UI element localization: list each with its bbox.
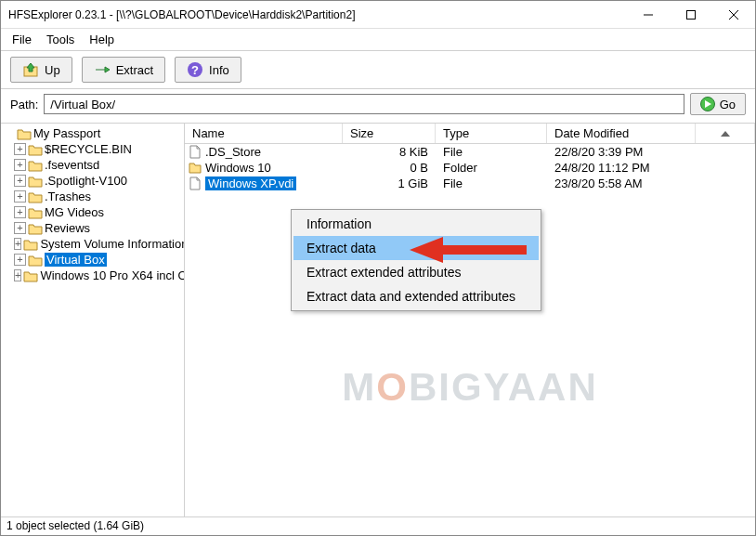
context-menu: InformationExtract dataExtract extended …	[291, 209, 541, 311]
cell-date: 23/8/20 5:58 AM	[547, 176, 696, 190]
tree-item-label: MG Videos	[45, 205, 104, 219]
folder-icon	[28, 190, 43, 203]
go-icon	[700, 97, 715, 111]
list-pane: Name Size Type Date Modified .DS_Store8 …	[185, 124, 755, 536]
cell-type: File	[436, 145, 547, 159]
folder-icon	[28, 222, 43, 235]
menu-tools[interactable]: Tools	[39, 31, 82, 48]
folder-icon	[28, 254, 43, 267]
folder-icon	[23, 269, 38, 282]
maximize-icon	[686, 10, 696, 20]
tree-item[interactable]: +Windows 10 Pro X64 incl Office 2019	[1, 268, 184, 283]
path-input[interactable]	[44, 94, 684, 114]
tree-item[interactable]: +System Volume Information	[1, 236, 184, 252]
tree-pane: My Passport +$RECYCLE.BIN+.fseventsd+.Sp…	[1, 124, 185, 536]
maximize-button[interactable]	[670, 1, 712, 29]
menu-file[interactable]: File	[5, 31, 39, 48]
file-icon	[189, 145, 202, 159]
tree-item[interactable]: +.fseventsd	[1, 157, 184, 173]
list-header: Name Size Type Date Modified	[185, 124, 755, 144]
up-button[interactable]: Up	[10, 57, 72, 83]
path-row: Path: Go	[1, 89, 755, 123]
chevron-up-icon	[721, 131, 730, 137]
col-size[interactable]: Size	[343, 124, 436, 143]
extract-label: Extract	[116, 63, 153, 77]
list-body[interactable]: .DS_Store8 KiBFile22/8/20 3:39 PMWindows…	[185, 144, 755, 536]
expander-icon[interactable]: +	[14, 159, 26, 171]
tree-item-label: Virtual Box	[45, 253, 107, 267]
expander-icon[interactable]: +	[14, 269, 21, 281]
svg-rect-1	[687, 10, 696, 19]
file-name-label: Windows XP.vdi	[205, 176, 296, 190]
context-menu-item[interactable]: Extract data	[293, 236, 539, 260]
expander-icon[interactable]: +	[14, 206, 26, 218]
tree[interactable]: My Passport +$RECYCLE.BIN+.fseventsd+.Sp…	[1, 124, 184, 520]
cell-type: File	[436, 176, 547, 190]
cell-date: 22/8/20 3:39 PM	[547, 145, 696, 159]
extract-button[interactable]: Extract	[82, 57, 165, 83]
tree-item-label: .Spotlight-V100	[45, 174, 127, 188]
tree-item-label: .fseventsd	[45, 158, 99, 172]
cell-name: Windows 10	[185, 161, 343, 175]
list-row[interactable]: Windows XP.vdi1 GiBFile23/8/20 5:58 AM	[185, 176, 755, 191]
up-icon	[22, 61, 39, 78]
minimize-button[interactable]	[627, 1, 670, 29]
context-menu-item[interactable]: Information	[293, 212, 539, 236]
tree-item-label: Windows 10 Pro X64 incl Office 2019	[40, 268, 184, 282]
go-button[interactable]: Go	[690, 93, 746, 115]
folder-icon	[28, 175, 43, 188]
tree-root[interactable]: My Passport	[1, 125, 184, 141]
cell-size: 8 KiB	[343, 145, 436, 159]
minimize-icon	[644, 10, 653, 20]
up-label: Up	[45, 63, 60, 77]
window-controls	[627, 1, 755, 29]
watermark: MOBIGYAAN	[342, 365, 598, 410]
folder-icon	[28, 159, 43, 172]
expander-icon[interactable]: +	[14, 143, 26, 155]
list-row[interactable]: .DS_Store8 KiBFile22/8/20 3:39 PM	[185, 144, 755, 160]
col-type[interactable]: Type	[436, 124, 547, 143]
context-menu-item[interactable]: Extract data and extended attributes	[293, 284, 539, 308]
file-icon	[189, 176, 202, 190]
tree-item[interactable]: +$RECYCLE.BIN	[1, 141, 184, 157]
col-name[interactable]: Name	[185, 124, 343, 143]
cell-name: Windows XP.vdi	[185, 176, 343, 190]
tree-item-label: Reviews	[45, 221, 90, 235]
info-label: Info	[209, 63, 229, 77]
cell-date: 24/8/20 11:12 PM	[547, 161, 696, 175]
titlebar: HFSExplorer 0.23.1 - [\\?\GLOBALROOT\Dev…	[1, 1, 755, 29]
close-icon	[729, 10, 738, 20]
tree-item-label: System Volume Information	[40, 237, 184, 251]
info-icon: ?	[187, 61, 203, 78]
toolbar: Up Extract ? Info	[1, 50, 755, 89]
path-label: Path:	[10, 98, 38, 111]
expander-icon[interactable]: +	[14, 222, 26, 234]
info-button[interactable]: ? Info	[175, 57, 241, 83]
expander-icon[interactable]: +	[14, 238, 21, 250]
tree-item[interactable]: +.Trashes	[1, 189, 184, 204]
close-button[interactable]	[712, 1, 755, 29]
tree-root-label: My Passport	[33, 126, 100, 140]
expander-icon[interactable]: +	[14, 190, 26, 203]
status-bar: 1 object selected (1.64 GiB)	[1, 516, 755, 535]
folder-icon	[28, 206, 43, 219]
menubar: File Tools Help	[1, 29, 755, 50]
list-row[interactable]: Windows 100 BFolder24/8/20 11:12 PM	[185, 160, 755, 176]
tree-item[interactable]: +MG Videos	[1, 204, 184, 220]
file-name-label: Windows 10	[205, 161, 271, 175]
folder-open-icon	[17, 127, 32, 140]
col-date[interactable]: Date Modified	[547, 124, 696, 143]
col-sort-indicator[interactable]	[696, 124, 755, 143]
cell-type: Folder	[436, 161, 547, 175]
go-label: Go	[720, 98, 736, 111]
file-name-label: .DS_Store	[205, 145, 261, 159]
main-split: My Passport +$RECYCLE.BIN+.fseventsd+.Sp…	[1, 123, 755, 536]
tree-item[interactable]: +Reviews	[1, 220, 184, 236]
tree-item[interactable]: +Virtual Box	[1, 252, 184, 268]
tree-item[interactable]: +.Spotlight-V100	[1, 173, 184, 189]
context-menu-item[interactable]: Extract extended attributes	[293, 260, 539, 284]
tree-item-label: .Trashes	[45, 190, 91, 203]
menu-help[interactable]: Help	[82, 31, 122, 48]
expander-icon[interactable]: +	[14, 254, 26, 266]
expander-icon[interactable]: +	[14, 175, 26, 187]
